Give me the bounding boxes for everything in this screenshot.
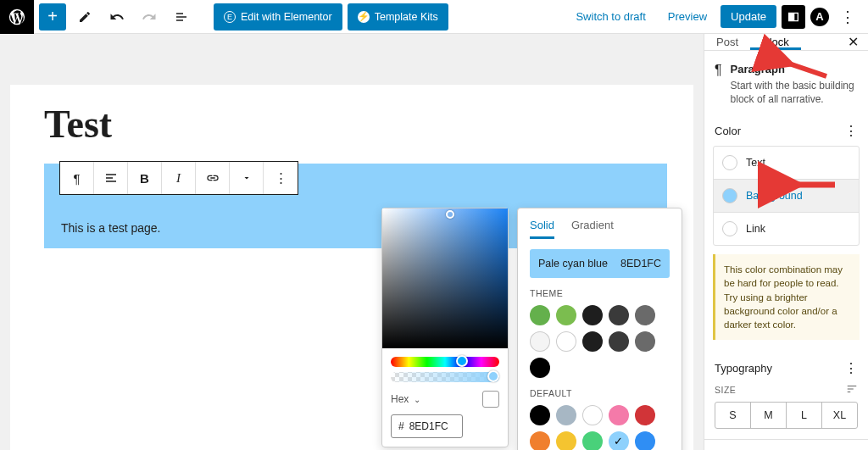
switch-draft-link[interactable]: Switch to draft — [567, 10, 654, 23]
theme-swatch[interactable] — [530, 305, 550, 325]
contrast-warning: This color combination may be hard for p… — [713, 254, 860, 339]
color-row-link-label: Link — [746, 223, 765, 235]
close-sidebar-button[interactable]: ✕ — [837, 34, 868, 50]
hue-knob[interactable] — [456, 355, 468, 367]
template-kits-button[interactable]: ⚡ Template Kits — [348, 3, 448, 31]
background-color-swatch — [722, 188, 737, 203]
default-swatch[interactable] — [556, 405, 576, 425]
block-toolbar: ¶ B I ⋮ — [59, 161, 298, 195]
alpha-slider[interactable] — [391, 372, 499, 382]
elementor-icon: E — [224, 11, 236, 23]
theme-swatch[interactable] — [635, 305, 655, 325]
edit-elementor-button[interactable]: E Edit with Elementor — [214, 3, 342, 31]
hex-label: Hex — [391, 393, 409, 405]
theme-swatch[interactable] — [582, 331, 603, 352]
theme-swatch[interactable] — [609, 331, 629, 352]
hash-icon: # — [398, 420, 404, 432]
hex-input[interactable]: # 8ED1FC — [391, 414, 463, 438]
chevron-down-icon[interactable]: ⌄ — [414, 395, 420, 404]
chip-hex: 8ED1FC — [620, 258, 661, 269]
hex-value: 8ED1FC — [409, 420, 448, 432]
preview-link[interactable]: Preview — [659, 10, 715, 23]
theme-swatch[interactable] — [556, 305, 576, 325]
tab-block[interactable]: Block — [750, 34, 801, 50]
color-panel-label: Color — [715, 125, 741, 137]
editor-canvas: Test This is a sample page. This is a te… — [0, 34, 704, 450]
text-color-swatch — [722, 155, 737, 170]
default-swatch[interactable] — [530, 405, 550, 425]
options-button[interactable]: ⋮ — [834, 3, 861, 31]
default-label: DEFAULT — [530, 388, 670, 398]
typography-options-button[interactable]: ⋮ — [844, 360, 858, 376]
update-button[interactable]: Update — [721, 5, 776, 28]
astra-icon[interactable]: A — [810, 8, 829, 26]
theme-swatch[interactable] — [556, 331, 576, 352]
color-row-text[interactable]: Text — [714, 147, 859, 180]
document-overview-button[interactable] — [168, 3, 195, 31]
theme-swatch[interactable] — [609, 305, 629, 325]
copy-color-icon[interactable] — [482, 391, 499, 408]
default-swatch[interactable] — [635, 431, 655, 450]
saturation-picker[interactable] — [382, 208, 508, 348]
default-swatch[interactable] — [556, 431, 576, 450]
add-block-button[interactable]: + — [39, 3, 66, 31]
color-swatch-popover: Solid Gradient Pale cyan blue 8ED1FC THE… — [517, 208, 682, 450]
align-button[interactable] — [94, 162, 128, 194]
block-name: Paragraph — [731, 63, 785, 75]
size-option[interactable]: S — [715, 403, 751, 428]
theme-swatch[interactable] — [582, 305, 603, 325]
theme-swatch[interactable] — [635, 331, 655, 352]
theme-swatch[interactable] — [530, 331, 550, 352]
default-swatches: ✓ — [530, 405, 670, 450]
link-button[interactable] — [196, 162, 230, 194]
default-swatch[interactable] — [582, 405, 603, 425]
edit-elementor-label: Edit with Elementor — [241, 11, 332, 23]
default-swatch[interactable] — [530, 431, 550, 450]
theme-swatch[interactable] — [530, 358, 550, 378]
alpha-knob[interactable] — [487, 370, 499, 382]
size-option[interactable]: L — [787, 403, 822, 428]
italic-button[interactable]: I — [162, 162, 196, 194]
bold-button[interactable]: B — [128, 162, 162, 194]
color-row-text-label: Text — [746, 157, 765, 169]
wordpress-logo[interactable] — [0, 0, 34, 34]
paragraph-icon: ¶ — [715, 63, 722, 106]
size-option[interactable]: M — [751, 403, 787, 428]
size-label: SIZE — [715, 385, 736, 395]
block-type-icon[interactable]: ¶ — [60, 162, 94, 194]
tab-solid[interactable]: Solid — [530, 219, 554, 239]
default-swatch[interactable] — [635, 405, 655, 425]
svg-line-0 — [787, 63, 826, 76]
size-buttons: SMLXL — [715, 402, 858, 429]
link-color-swatch — [722, 221, 737, 236]
hue-slider[interactable] — [391, 357, 499, 367]
current-color-chip[interactable]: Pale cyan blue 8ED1FC — [530, 249, 670, 278]
size-settings-icon[interactable] — [846, 383, 858, 397]
sidebar-tabs: Post Block ✕ — [704, 34, 868, 51]
tab-post[interactable]: Post — [704, 34, 750, 50]
default-swatch[interactable]: ✓ — [609, 431, 629, 450]
settings-sidebar: Post Block ✕ ¶ Paragraph Start with the … — [704, 34, 868, 450]
tab-gradient[interactable]: Gradient — [571, 219, 614, 239]
swatch-tabs: Solid Gradient — [530, 219, 670, 239]
color-row-link[interactable]: Link — [714, 213, 859, 245]
color-options-button[interactable]: ⋮ — [844, 123, 858, 139]
undo-button[interactable] — [103, 3, 131, 31]
theme-swatches — [530, 305, 670, 378]
redo-button[interactable] — [136, 3, 163, 31]
size-option[interactable]: XL — [822, 403, 857, 428]
more-formatting-button[interactable] — [230, 162, 264, 194]
top-toolbar: + E Edit with Elementor ⚡ Template Kits … — [0, 0, 868, 34]
color-picker-popover: Hex ⌄ # 8ED1FC — [381, 208, 509, 447]
edit-mode-icon[interactable] — [71, 3, 98, 31]
saturation-indicator[interactable] — [446, 210, 454, 219]
default-swatch[interactable] — [582, 431, 603, 450]
page-title[interactable]: Test — [44, 102, 659, 147]
typography-label: Typography — [715, 362, 772, 375]
block-options-button[interactable]: ⋮ — [264, 162, 298, 194]
template-kits-label: Template Kits — [375, 11, 438, 23]
sidebar-toggle-button[interactable] — [782, 5, 805, 29]
bolt-icon: ⚡ — [358, 11, 370, 23]
dimensions-accordion[interactable]: Dimensions + — [704, 439, 868, 450]
default-swatch[interactable] — [609, 405, 629, 425]
